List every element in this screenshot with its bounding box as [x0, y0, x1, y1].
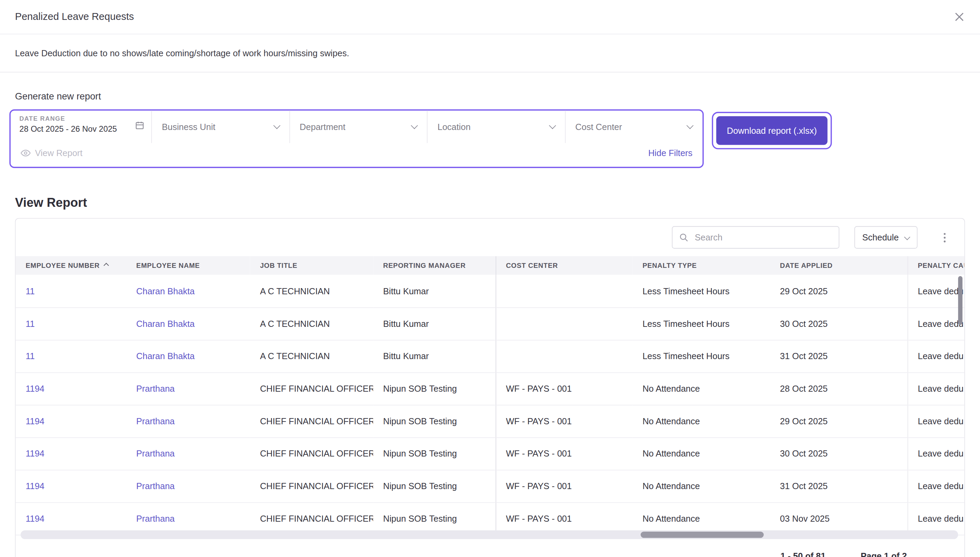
chevron-down-icon — [411, 122, 418, 129]
cell-penalty-type: Less Timesheet Hours — [633, 275, 770, 307]
cell-name[interactable]: Prarthana — [126, 437, 250, 470]
cell-cost-center: WF - PAYS - 001 — [496, 437, 633, 470]
location-dropdown[interactable]: Location — [427, 111, 566, 143]
filter-dropdowns: Business UnitDepartmentLocationCost Cent… — [152, 111, 703, 143]
column-header-date-applied[interactable]: DATE APPLIED — [770, 256, 908, 275]
modal-subtitle: Leave Deduction due to no shows/late com… — [0, 34, 980, 72]
dropdown-placeholder: Department — [300, 122, 345, 132]
view-report-heading: View Report — [15, 195, 965, 210]
column-label: JOB TITLE — [260, 262, 297, 269]
column-header-employee-name[interactable]: EMPLOYEE NAME — [126, 256, 250, 275]
cell-penalty-type: No Attendance — [633, 470, 770, 502]
cell-cost-center — [496, 340, 633, 373]
vertical-scrollbar[interactable] — [958, 276, 962, 325]
subtitle-text: Leave Deduction due to no shows/late com… — [15, 48, 349, 58]
dropdown-placeholder: Location — [437, 122, 470, 132]
cell-job: CHIEF FINANCIAL OFFICER — [250, 470, 373, 502]
sort-asc-icon — [104, 263, 109, 268]
table-row: 11Charan BhaktaA C TECHNICIANBittu Kumar… — [16, 307, 965, 340]
business-unit-dropdown[interactable]: Business Unit — [152, 111, 290, 143]
cell-name[interactable]: Charan Bhakta — [126, 340, 250, 373]
cell-date: 29 Oct 2025 — [770, 275, 908, 307]
cell-cause: Leave dedu — [908, 502, 965, 535]
report-table: EMPLOYEE NUMBEREMPLOYEE NAMEJOB TITLEREP… — [16, 256, 965, 535]
dropdown-placeholder: Cost Center — [576, 122, 622, 132]
chevron-down-icon — [904, 234, 910, 240]
cell-date: 29 Oct 2025 — [770, 405, 908, 437]
column-header-cost-center[interactable]: COST CENTER — [496, 256, 633, 275]
column-header-penalty-type[interactable]: PENALTY TYPE — [633, 256, 770, 275]
cell-cost-center — [496, 307, 633, 340]
pagination: 1 - 50 of 81 Page 1 of 2 — [780, 551, 907, 557]
cell-cause: Leave dedu — [908, 373, 965, 405]
cell-name[interactable]: Charan Bhakta — [126, 307, 250, 340]
cell-name[interactable]: Prarthana — [126, 470, 250, 502]
download-report-button[interactable]: Download report (.xlsx) — [716, 116, 827, 145]
cell-cause: Leave dedu — [908, 405, 965, 437]
search-input[interactable] — [693, 232, 832, 243]
cell-manager: Bittu Kumar — [373, 307, 496, 340]
kebab-menu-icon[interactable] — [941, 230, 948, 244]
column-header-penalty-cause[interactable]: PENALTY CAUSE — [908, 256, 965, 275]
column-header-employee-number[interactable]: EMPLOYEE NUMBER — [16, 256, 126, 275]
column-header-reporting-manager[interactable]: REPORTING MANAGER — [373, 256, 496, 275]
cell-name[interactable]: Prarthana — [126, 373, 250, 405]
view-report-section: View Report Schedule — [0, 195, 980, 557]
filter-row: DATE RANGE 28 Oct 2025 - 26 Nov 2025 Bus… — [9, 109, 980, 168]
horizontal-scrollbar[interactable] — [21, 530, 958, 539]
cell-cost-center: WF - PAYS - 001 — [496, 405, 633, 437]
cell-name[interactable]: Prarthana — [126, 502, 250, 535]
close-icon[interactable] — [954, 11, 965, 23]
cell-manager: Nipun SOB Testing — [373, 437, 496, 470]
search-box — [672, 226, 839, 249]
filter-fields: DATE RANGE 28 Oct 2025 - 26 Nov 2025 Bus… — [11, 111, 703, 143]
table-row: 1194PrarthanaCHIEF FINANCIAL OFFICERNipu… — [16, 373, 965, 405]
cell-manager: Nipun SOB Testing — [373, 405, 496, 437]
report-card: Schedule EMPLOYEE NUMBEREMPLOYEE NAMEJOB… — [15, 218, 965, 557]
horizontal-scrollbar-thumb[interactable] — [641, 532, 764, 538]
cell-cost-center: WF - PAYS - 001 — [496, 470, 633, 502]
cell-cause: Leave dedu — [908, 340, 965, 373]
filters-panel: DATE RANGE 28 Oct 2025 - 26 Nov 2025 Bus… — [9, 109, 704, 168]
table-body: 11Charan BhaktaA C TECHNICIANBittu Kumar… — [16, 275, 965, 535]
cell-manager: Bittu Kumar — [373, 340, 496, 373]
cell-number[interactable]: 11 — [16, 275, 126, 307]
download-report-container: Download report (.xlsx) — [712, 112, 832, 149]
cell-cause: Leave dedu — [908, 437, 965, 470]
column-label: DATE APPLIED — [780, 262, 832, 269]
cell-penalty-type: Less Timesheet Hours — [633, 340, 770, 373]
department-dropdown[interactable]: Department — [290, 111, 427, 143]
cost-center-dropdown[interactable]: Cost Center — [565, 111, 703, 143]
cell-name[interactable]: Prarthana — [126, 405, 250, 437]
date-range-value: 28 Oct 2025 - 26 Nov 2025 — [19, 124, 129, 134]
hide-filters-link[interactable]: Hide Filters — [648, 148, 693, 158]
cell-number[interactable]: 1194 — [16, 373, 126, 405]
cell-name[interactable]: Charan Bhakta — [126, 275, 250, 307]
cell-number[interactable]: 1194 — [16, 405, 126, 437]
cell-number[interactable]: 11 — [16, 307, 126, 340]
date-range-label: DATE RANGE — [19, 115, 129, 122]
cell-job: CHIEF FINANCIAL OFFICER — [250, 405, 373, 437]
cell-date: 31 Oct 2025 — [770, 340, 908, 373]
column-header-job-title[interactable]: JOB TITLE — [250, 256, 373, 275]
schedule-dropdown[interactable]: Schedule — [854, 226, 918, 249]
cell-number[interactable]: 1194 — [16, 470, 126, 502]
column-label: PENALTY TYPE — [642, 262, 696, 269]
table-header-row: EMPLOYEE NUMBEREMPLOYEE NAMEJOB TITLEREP… — [16, 256, 965, 275]
cell-cause: Leave dedu — [908, 470, 965, 502]
column-label: EMPLOYEE NAME — [136, 262, 200, 269]
cell-number[interactable]: 1194 — [16, 437, 126, 470]
penalized-leave-requests-modal: Penalized Leave Requests Leave Deduction… — [0, 0, 980, 557]
view-report-link-label: View Report — [35, 148, 82, 158]
cell-number[interactable]: 1194 — [16, 502, 126, 535]
view-report-link[interactable]: View Report — [21, 148, 82, 158]
cell-number[interactable]: 11 — [16, 340, 126, 373]
cell-job: A C TECHNICIAN — [250, 340, 373, 373]
chevron-down-icon — [273, 122, 280, 129]
cell-penalty-type: No Attendance — [633, 405, 770, 437]
search-icon — [678, 233, 688, 243]
date-range-field[interactable]: DATE RANGE 28 Oct 2025 - 26 Nov 2025 — [11, 111, 152, 143]
report-toolbar: Schedule — [16, 218, 965, 256]
pagination-range: 1 - 50 of 81 — [780, 551, 825, 557]
cell-date: 31 Oct 2025 — [770, 470, 908, 502]
